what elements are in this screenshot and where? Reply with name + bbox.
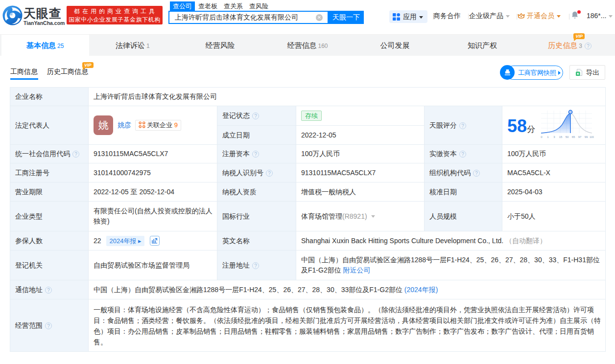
- svg-text:1: 1: [547, 136, 549, 138]
- svg-text:15: 15: [559, 136, 563, 138]
- svg-text:3: 3: [553, 136, 555, 138]
- svg-text:100: 100: [590, 136, 594, 138]
- svg-text:97: 97: [578, 136, 582, 138]
- svg-text:99: 99: [585, 136, 588, 138]
- svg-text:0: 0: [541, 136, 543, 138]
- svg-text:65: 65: [572, 136, 575, 138]
- svg-text:50: 50: [566, 136, 569, 138]
